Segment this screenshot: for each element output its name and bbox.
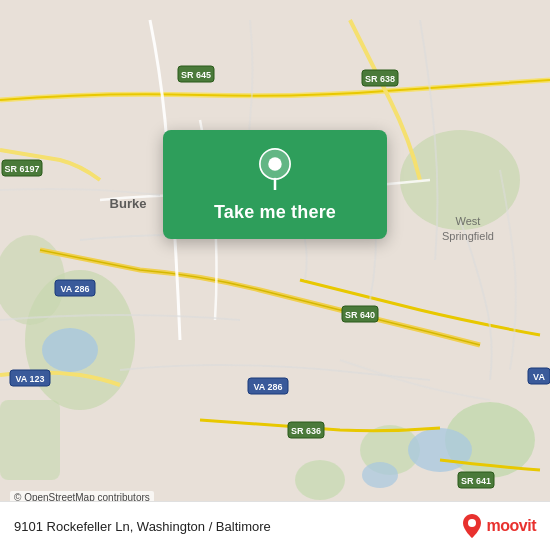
- take-me-there-button[interactable]: Take me there: [214, 202, 336, 223]
- svg-text:Burke: Burke: [110, 196, 147, 211]
- svg-text:SR 645: SR 645: [181, 70, 211, 80]
- svg-text:Springfield: Springfield: [442, 230, 494, 242]
- svg-text:SR 641: SR 641: [461, 476, 491, 486]
- svg-point-35: [268, 157, 281, 170]
- address-text: 9101 Rockefeller Ln, Washington / Baltim…: [14, 519, 271, 534]
- moovit-logo: moovit: [461, 512, 536, 540]
- svg-text:VA 286: VA 286: [60, 284, 89, 294]
- popup-card: Take me there: [163, 130, 387, 239]
- location-pin-icon: [254, 148, 296, 190]
- moovit-brand-text: moovit: [487, 517, 536, 535]
- svg-rect-7: [0, 400, 60, 480]
- map-background: SR 645 SR 638 SR 6197 VA 286 VA 286 VA 1…: [0, 0, 550, 550]
- svg-text:SR 638: SR 638: [365, 74, 395, 84]
- svg-point-36: [468, 519, 476, 527]
- bottom-bar: 9101 Rockefeller Ln, Washington / Baltim…: [0, 501, 550, 550]
- svg-text:SR 640: SR 640: [345, 310, 375, 320]
- svg-point-10: [362, 462, 398, 488]
- svg-text:SR 6197: SR 6197: [4, 164, 39, 174]
- svg-text:VA 123: VA 123: [15, 374, 44, 384]
- svg-point-8: [42, 328, 98, 372]
- map-container: SR 645 SR 638 SR 6197 VA 286 VA 286 VA 1…: [0, 0, 550, 550]
- svg-text:SR 636: SR 636: [291, 426, 321, 436]
- svg-point-9: [408, 428, 472, 472]
- svg-text:West: West: [456, 215, 481, 227]
- svg-point-6: [295, 460, 345, 500]
- svg-text:VA: VA: [533, 372, 545, 382]
- svg-text:VA 286: VA 286: [253, 382, 282, 392]
- moovit-pin-icon: [461, 512, 483, 540]
